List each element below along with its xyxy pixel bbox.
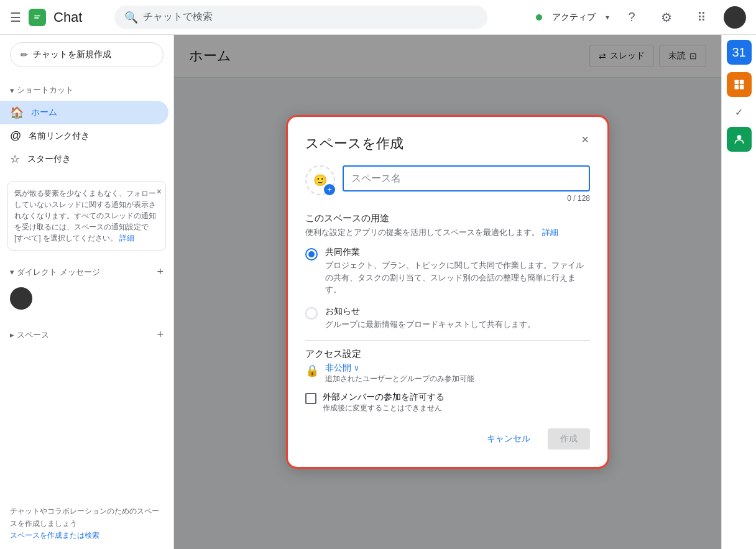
main-layout: ✏ チャットを新規作成 ▾ ショートカット 🏠 ホーム @ 名前リンク付き ☆ … bbox=[0, 35, 756, 549]
external-label: 外部メンバーの参加を許可する bbox=[323, 392, 590, 403]
access-type-chevron[interactable]: ∨ bbox=[354, 364, 359, 372]
sidebar-item-named-link[interactable]: @ 名前リンク付き bbox=[0, 124, 168, 147]
purpose-detail-link[interactable]: 詳細 bbox=[542, 228, 558, 237]
settings-button[interactable]: ⚙ bbox=[654, 5, 679, 30]
divider bbox=[305, 340, 590, 341]
at-icon: @ bbox=[10, 129, 21, 142]
space-avatar-placeholder[interactable]: 🙂 + bbox=[305, 165, 335, 195]
modal-footer: キャンセル 作成 bbox=[305, 428, 590, 450]
radio-announcement[interactable] bbox=[305, 307, 318, 320]
topbar-right: アクティブ ▾ ? ⚙ ⠿ bbox=[536, 5, 746, 30]
spaces-section: ▸ スペース + bbox=[0, 318, 173, 351]
add-space-button[interactable]: + bbox=[157, 328, 164, 341]
modal-overlay: スペースを作成 × 🙂 + 0 / 128 このスペースの用途 bbox=[174, 35, 721, 549]
radio-collaboration-label: 共同作業 bbox=[325, 247, 590, 258]
app-logo bbox=[29, 9, 46, 26]
add-dm-button[interactable]: + bbox=[157, 265, 164, 279]
help-button[interactable]: ? bbox=[619, 5, 644, 30]
purpose-label: このスペースの用途 bbox=[305, 213, 590, 224]
notification-close-button[interactable]: × bbox=[157, 185, 162, 198]
sidebar: ✏ チャットを新規作成 ▾ ショートカット 🏠 ホーム @ 名前リンク付き ☆ … bbox=[0, 35, 174, 549]
new-chat-icon: ✏ bbox=[21, 50, 28, 60]
radio-announcement-text: お知らせ グループに最新情報をブロードキャストして共有します。 bbox=[325, 306, 590, 331]
calendar-icon[interactable]: 31 bbox=[727, 40, 752, 65]
space-name-input[interactable] bbox=[343, 165, 590, 191]
external-text: 外部メンバーの参加を許可する 作成後に変更することはできません bbox=[323, 392, 590, 413]
notification-text: 気が散る要素を少なくまもなく、フォローしていないスレッドに関する通知が表示されな… bbox=[14, 189, 156, 242]
external-member-option[interactable]: 外部メンバーの参加を許可する 作成後に変更することはできません bbox=[305, 392, 590, 413]
access-type-item: 🔒 非公開 ∨ 追加されたユーザーとグループのみ参加可能 bbox=[305, 362, 590, 384]
sidebar-dm-item[interactable] bbox=[0, 284, 173, 313]
radio-collaboration[interactable] bbox=[305, 248, 318, 261]
status-dot bbox=[536, 14, 542, 21]
chevron-down-icon: ▾ bbox=[10, 86, 14, 95]
purpose-section: このスペースの用途 便利な設定とアプリの提案を活用してスペースを最適化します。 … bbox=[305, 213, 590, 330]
sidebar-item-home-label: ホーム bbox=[31, 107, 57, 118]
access-section: アクセス設定 🔒 非公開 ∨ 追加されたユーザーとグループのみ参加可能 bbox=[305, 348, 590, 413]
dm-avatar bbox=[10, 287, 32, 310]
radio-collaboration-desc: プロジェクト、プラン、トピックに関して共同で作業します。ファイルの共有、タスクの… bbox=[325, 259, 590, 296]
status-label[interactable]: アクティブ bbox=[552, 12, 596, 23]
search-icon: 🔍 bbox=[124, 11, 138, 24]
menu-icon[interactable]: ☰ bbox=[10, 10, 21, 25]
create-space-modal: スペースを作成 × 🙂 + 0 / 128 このスペースの用途 bbox=[286, 115, 609, 469]
shortcuts-label: ショートカット bbox=[17, 85, 73, 96]
add-photo-icon: + bbox=[324, 184, 335, 195]
shortcuts-section: ▾ ショートカット 🏠 ホーム @ 名前リンク付き ☆ スター付き bbox=[0, 75, 173, 176]
radio-collaboration-text: 共同作業 プロジェクト、プラン、トピックに関して共同で作業します。ファイルの共有… bbox=[325, 247, 590, 296]
sidebar-item-named-link-label: 名前リンク付き bbox=[29, 131, 90, 142]
star-icon: ☆ bbox=[10, 152, 20, 166]
svg-point-4 bbox=[737, 135, 741, 139]
right-panel: 31 ✓ bbox=[721, 35, 756, 549]
access-type-selector[interactable]: 非公開 bbox=[325, 362, 351, 374]
sidebar-item-home[interactable]: 🏠 ホーム bbox=[0, 101, 168, 124]
external-sublabel: 作成後に変更することはできません bbox=[323, 403, 590, 413]
sidebar-footer: チャットやコラボレーションのためのスペースを作成しましょう スペースを作成または… bbox=[0, 498, 173, 549]
new-chat-label: チャットを新規作成 bbox=[33, 49, 111, 60]
radio-option-collaboration[interactable]: 共同作業 プロジェクト、プラン、トピックに関して共同で作業します。ファイルの共有… bbox=[305, 247, 590, 296]
sidebar-footer-text: チャットやコラボレーションのためのスペースを作成しましょう bbox=[10, 505, 164, 529]
tasks-icon[interactable]: ✓ bbox=[727, 99, 752, 124]
modal-close-button[interactable]: × bbox=[575, 129, 595, 149]
new-chat-button[interactable]: ✏ チャットを新規作成 bbox=[10, 42, 164, 67]
green-app-icon[interactable] bbox=[727, 127, 752, 152]
chevron-right-icon: ▸ bbox=[10, 330, 14, 339]
sidebar-item-starred[interactable]: ☆ スター付き bbox=[0, 147, 168, 171]
orange-app-icon[interactable] bbox=[727, 72, 752, 97]
search-placeholder: チャットで検索 bbox=[143, 11, 213, 24]
dm-header[interactable]: ▾ ダイレクト メッセージ + bbox=[0, 261, 173, 284]
app-title: Chat bbox=[53, 9, 82, 25]
apps-button[interactable]: ⠿ bbox=[689, 5, 714, 30]
content-area: ホーム ⇄ スレッド 未読 ⊡ Chat アプリのダウンロード ▶ Google… bbox=[174, 35, 721, 549]
svg-rect-0 bbox=[734, 80, 739, 85]
sidebar-item-starred-label: スター付き bbox=[27, 154, 71, 165]
svg-rect-3 bbox=[739, 85, 744, 90]
create-button[interactable]: 作成 bbox=[548, 428, 590, 450]
external-checkbox[interactable] bbox=[305, 393, 316, 404]
sidebar-footer-link[interactable]: スペースを作成または検索 bbox=[10, 531, 99, 540]
topbar: ☰ Chat 🔍 チャットで検索 アクティブ ▾ ? ⚙ ⠿ bbox=[0, 0, 756, 35]
notification-detail-link[interactable]: 詳細 bbox=[119, 234, 134, 242]
space-name-row: 🙂 + 0 / 128 bbox=[305, 165, 590, 203]
sidebar-notification: × 気が散る要素を少なくまもなく、フォローしていないスレッドに関する通知が表示さ… bbox=[7, 181, 166, 251]
radio-option-announcement[interactable]: お知らせ グループに最新情報をブロードキャストして共有します。 bbox=[305, 306, 590, 331]
purpose-sublabel: 便利な設定とアプリの提案を活用してスペースを最適化します。 詳細 bbox=[305, 227, 590, 238]
modal-title: スペースを作成 bbox=[305, 134, 590, 153]
shortcuts-header[interactable]: ▾ ショートカット bbox=[0, 80, 173, 101]
spaces-header[interactable]: ▸ スペース + bbox=[0, 323, 173, 346]
space-name-input-wrap: 0 / 128 bbox=[343, 165, 590, 203]
svg-rect-1 bbox=[739, 80, 744, 85]
radio-announcement-label: お知らせ bbox=[325, 306, 590, 317]
dm-section: ▾ ダイレクト メッセージ + bbox=[0, 256, 173, 318]
access-sublabel: 追加されたユーザーとグループのみ参加可能 bbox=[325, 374, 590, 384]
spaces-label: スペース bbox=[17, 330, 49, 341]
access-type-label: 非公開 ∨ bbox=[325, 362, 590, 374]
chevron-down-icon-dm: ▾ bbox=[10, 267, 14, 277]
access-label: アクセス設定 bbox=[305, 348, 590, 360]
svg-rect-2 bbox=[734, 85, 739, 90]
search-bar[interactable]: 🔍 チャットで検索 bbox=[114, 6, 487, 29]
cancel-button[interactable]: キャンセル bbox=[477, 428, 540, 450]
radio-announcement-desc: グループに最新情報をブロードキャストして共有します。 bbox=[325, 318, 590, 331]
char-count: 0 / 128 bbox=[343, 194, 590, 203]
avatar[interactable] bbox=[724, 6, 746, 29]
